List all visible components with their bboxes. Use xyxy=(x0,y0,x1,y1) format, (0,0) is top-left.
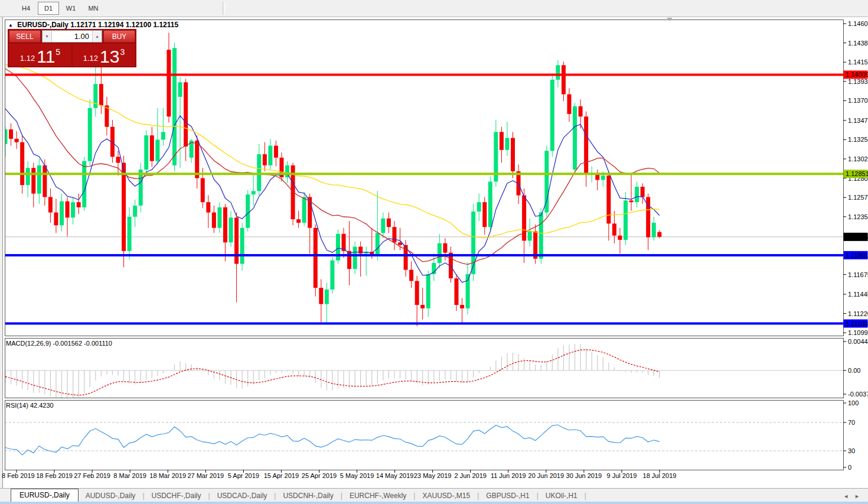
chart-tab-usdcad-daily[interactable]: USDCAD-,Daily xyxy=(210,490,275,502)
candle-down xyxy=(15,131,19,149)
svg-text:1.14009: 1.14009 xyxy=(846,71,868,78)
tab-scroll-left-icon[interactable]: ◄ xyxy=(843,493,849,499)
candle-down xyxy=(420,288,425,320)
candle-down xyxy=(206,196,210,228)
buy-price-display[interactable]: 1.12 13 3 xyxy=(73,44,135,66)
candle-up xyxy=(635,181,639,207)
chart-title: ▲ EURUSD-,Daily 1.12171 1.12194 1.12100 … xyxy=(8,21,178,29)
candle-down xyxy=(342,228,346,258)
chart-tab-bar: EURUSD-,DailyAUDUSD-,Daily|USDCHF-,Daily… xyxy=(0,488,868,502)
tab-scroll-right-icon[interactable]: ► xyxy=(854,493,860,499)
candle-up xyxy=(71,197,75,224)
price-axis-tick: 1.14155 xyxy=(848,58,868,66)
candle-up xyxy=(155,108,159,165)
timeframe-button-d1[interactable]: D1 xyxy=(38,2,59,15)
macd-pane-frame xyxy=(5,339,844,398)
candle-up xyxy=(364,247,368,276)
candle-down xyxy=(606,171,611,240)
candle-up xyxy=(432,253,436,281)
chart-tab-gbpusd-h1[interactable]: GBPUSD-,H1 xyxy=(479,490,536,502)
candle-down xyxy=(482,197,487,235)
price-axis-tick: 1.14605 xyxy=(848,20,868,27)
macd-axis-tick: 0.004465 xyxy=(848,338,868,345)
date-axis-label: 14 May 2019 xyxy=(376,472,414,479)
candle-down xyxy=(584,112,588,187)
date-axis-label: 30 Jun 2019 xyxy=(566,472,602,479)
buy-button[interactable]: BUY xyxy=(103,30,135,43)
chart-tab-audusd-daily[interactable]: AUDUSD-,Daily xyxy=(79,490,143,502)
time-axis[interactable]: 8 Feb 201918 Feb 201927 Feb 20198 Mar 20… xyxy=(2,470,676,479)
volume-decrease-icon[interactable]: ▼ xyxy=(43,31,52,42)
price-pane xyxy=(4,32,844,326)
sell-price-big: 11 xyxy=(37,48,55,64)
volume-input[interactable] xyxy=(52,31,92,42)
candle-down xyxy=(48,188,53,223)
candle-up xyxy=(82,157,86,210)
date-axis-label: 27 Feb 2019 xyxy=(74,472,110,479)
candlesticks xyxy=(4,32,662,326)
price-axis-tick: 1.12575 xyxy=(848,194,868,201)
candle-down xyxy=(77,194,81,214)
ma-overlay-mid-sma xyxy=(5,69,660,264)
timeframe-button-w1[interactable]: W1 xyxy=(60,2,81,15)
price-axis-tick: 1.11220 xyxy=(848,310,868,317)
candle-up xyxy=(26,161,30,197)
chart-shift-marker-icon[interactable] xyxy=(667,18,673,21)
candle-down xyxy=(455,274,459,311)
chart-tab-usdchf-daily[interactable]: USDCHF-,Daily xyxy=(145,490,208,502)
candle-up xyxy=(133,200,137,227)
candle-down xyxy=(308,194,312,253)
price-axis-tick: 1.10995 xyxy=(848,329,868,336)
candle-up xyxy=(246,190,250,232)
date-axis-label: 20 Jun 2019 xyxy=(528,472,564,479)
chart-tab-eurusd-daily[interactable]: EURUSD-,Daily xyxy=(11,489,79,502)
candle-down xyxy=(314,225,318,297)
window-bottom-edge xyxy=(0,502,868,504)
toolbar-separator xyxy=(223,2,225,15)
timeframe-toolbar: H4D1W1MN xyxy=(0,0,868,17)
date-axis-label: 8 Mar 2019 xyxy=(113,472,146,479)
candle-up xyxy=(573,103,577,174)
date-axis-label: 11 Jun 2019 xyxy=(491,472,526,479)
candle-down xyxy=(150,127,154,167)
svg-text:1.11103: 1.11103 xyxy=(846,320,868,327)
price-axis-tick: 1.13930 xyxy=(848,78,868,85)
candle-down xyxy=(567,88,572,122)
price-axis-tick: 1.13250 xyxy=(848,136,868,143)
rsi-line xyxy=(5,425,660,455)
price-axis[interactable]: 1.146051.143801.141551.139301.137051.134… xyxy=(843,20,868,471)
candle-down xyxy=(392,221,396,250)
candle-down xyxy=(296,211,301,228)
sell-button[interactable]: SELL xyxy=(9,30,41,43)
ma-overlay-slow-sma xyxy=(5,64,660,238)
chart-tab-eurchf-weekly[interactable]: EURCHF-,Weekly xyxy=(342,490,413,502)
candle-down xyxy=(533,225,537,264)
timeframe-button-h4[interactable]: H4 xyxy=(15,2,37,15)
candle-up xyxy=(466,262,470,314)
candle-down xyxy=(31,163,35,207)
sell-price-display[interactable]: 1.12 11 5 xyxy=(9,44,71,66)
chart-tab-usdcnh-daily[interactable]: USDCNH-,Daily xyxy=(276,490,340,502)
candle-down xyxy=(263,142,267,171)
candle-down xyxy=(612,211,616,243)
tab-separator: | xyxy=(585,492,586,502)
candle-up xyxy=(477,194,481,221)
date-axis-label: 18 Jul 2019 xyxy=(643,472,677,479)
candle-down xyxy=(562,61,566,101)
candle-up xyxy=(217,202,221,233)
price-badge-1.11103: 1.11103 xyxy=(844,320,868,328)
chart-tab-ukoil-h1[interactable]: UKOil-,H1 xyxy=(539,490,585,502)
candle-down xyxy=(167,32,171,122)
candle-up xyxy=(252,174,256,206)
macd-histogram xyxy=(5,344,660,398)
candle-down xyxy=(415,276,419,327)
volume-increase-icon[interactable]: ▲ xyxy=(92,31,102,42)
candle-down xyxy=(641,183,645,204)
price-axis-tick: 1.14380 xyxy=(848,40,868,47)
chart-tab-xauusd-m15[interactable]: XAUUSD-,M15 xyxy=(415,490,477,502)
candle-up xyxy=(325,282,329,323)
chart-title-ohlc: 1.12171 1.12194 1.12100 1.12115 xyxy=(70,21,178,29)
rsi-axis-tick: 0 xyxy=(848,464,851,471)
candle-up xyxy=(128,207,132,259)
timeframe-button-mn[interactable]: MN xyxy=(83,2,104,15)
